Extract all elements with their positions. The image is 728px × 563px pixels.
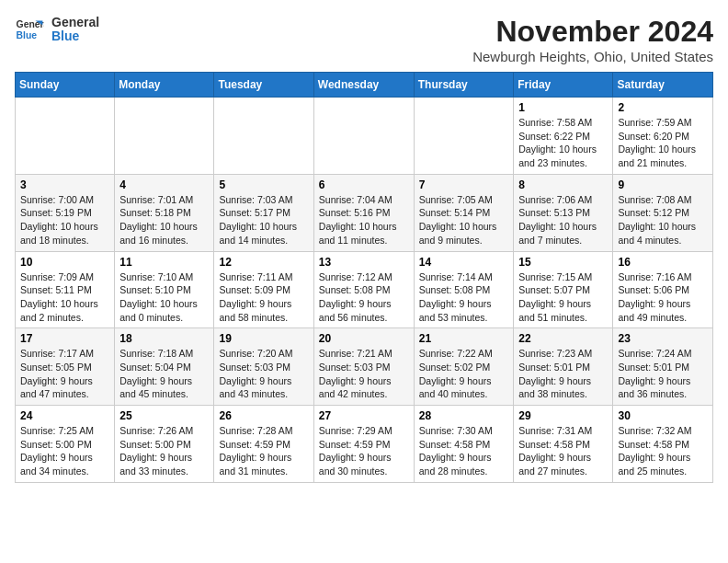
day-info: Sunrise: 7:24 AM Sunset: 5:01 PM Dayligh… bbox=[618, 347, 708, 401]
day-info: Sunrise: 7:26 AM Sunset: 5:00 PM Dayligh… bbox=[119, 424, 209, 478]
day-info: Sunrise: 7:29 AM Sunset: 4:59 PM Dayligh… bbox=[319, 424, 409, 478]
day-info: Sunrise: 7:23 AM Sunset: 5:01 PM Dayligh… bbox=[518, 347, 608, 401]
calendar-header-row: SundayMondayTuesdayWednesdayThursdayFrid… bbox=[16, 73, 713, 98]
calendar-cell: 4Sunrise: 7:01 AM Sunset: 5:18 PM Daylig… bbox=[115, 174, 214, 251]
calendar-cell: 19Sunrise: 7:20 AM Sunset: 5:03 PM Dayli… bbox=[214, 328, 313, 406]
day-number: 12 bbox=[219, 256, 308, 269]
calendar-cell: 25Sunrise: 7:26 AM Sunset: 5:00 PM Dayli… bbox=[115, 406, 214, 483]
calendar-cell: 22Sunrise: 7:23 AM Sunset: 5:01 PM Dayli… bbox=[514, 328, 613, 406]
day-info: Sunrise: 7:10 AM Sunset: 5:10 PM Dayligh… bbox=[119, 270, 209, 325]
day-number: 8 bbox=[518, 178, 608, 191]
calendar-cell: 28Sunrise: 7:30 AM Sunset: 4:58 PM Dayli… bbox=[414, 406, 514, 483]
day-header: Wednesday bbox=[313, 73, 414, 98]
day-number: 14 bbox=[419, 256, 509, 269]
day-number: 16 bbox=[618, 256, 708, 269]
calendar-cell: 26Sunrise: 7:28 AM Sunset: 4:59 PM Dayli… bbox=[214, 406, 313, 483]
day-number: 25 bbox=[119, 409, 209, 422]
page-header: General Blue General Blue November 2024 … bbox=[15, 15, 713, 64]
day-info: Sunrise: 7:09 AM Sunset: 5:11 PM Dayligh… bbox=[20, 270, 109, 325]
day-number: 27 bbox=[319, 409, 409, 422]
calendar-week-row: 1Sunrise: 7:58 AM Sunset: 6:22 PM Daylig… bbox=[16, 98, 713, 175]
day-info: Sunrise: 7:14 AM Sunset: 5:08 PM Dayligh… bbox=[419, 270, 509, 325]
calendar-cell bbox=[115, 98, 214, 175]
day-number: 6 bbox=[319, 178, 409, 191]
calendar-cell: 9Sunrise: 7:08 AM Sunset: 5:12 PM Daylig… bbox=[613, 174, 713, 251]
day-info: Sunrise: 7:15 AM Sunset: 5:07 PM Dayligh… bbox=[518, 270, 608, 325]
day-number: 11 bbox=[119, 256, 209, 269]
day-info: Sunrise: 7:22 AM Sunset: 5:02 PM Dayligh… bbox=[419, 347, 509, 401]
day-number: 1 bbox=[518, 101, 608, 114]
day-header: Monday bbox=[115, 73, 214, 98]
calendar-cell: 27Sunrise: 7:29 AM Sunset: 4:59 PM Dayli… bbox=[313, 406, 414, 483]
day-info: Sunrise: 7:30 AM Sunset: 4:58 PM Dayligh… bbox=[419, 424, 509, 478]
day-header: Saturday bbox=[613, 73, 713, 98]
day-info: Sunrise: 7:32 AM Sunset: 4:58 PM Dayligh… bbox=[618, 424, 708, 478]
calendar-cell: 24Sunrise: 7:25 AM Sunset: 5:00 PM Dayli… bbox=[16, 406, 115, 483]
day-header: Tuesday bbox=[214, 73, 313, 98]
svg-text:Blue: Blue bbox=[17, 30, 38, 40]
calendar-cell: 10Sunrise: 7:09 AM Sunset: 5:11 PM Dayli… bbox=[16, 251, 115, 328]
day-info: Sunrise: 7:16 AM Sunset: 5:06 PM Dayligh… bbox=[618, 270, 708, 325]
location: Newburgh Heights, Ohio, United States bbox=[472, 49, 713, 64]
calendar-week-row: 3Sunrise: 7:00 AM Sunset: 5:19 PM Daylig… bbox=[16, 174, 713, 251]
calendar-cell: 18Sunrise: 7:18 AM Sunset: 5:04 PM Dayli… bbox=[115, 328, 214, 406]
title-block: November 2024 Newburgh Heights, Ohio, Un… bbox=[472, 15, 713, 64]
day-info: Sunrise: 7:18 AM Sunset: 5:04 PM Dayligh… bbox=[119, 347, 209, 401]
day-info: Sunrise: 7:20 AM Sunset: 5:03 PM Dayligh… bbox=[219, 347, 308, 401]
calendar-cell bbox=[313, 98, 414, 175]
calendar-cell: 30Sunrise: 7:32 AM Sunset: 4:58 PM Dayli… bbox=[613, 406, 713, 483]
calendar-cell: 23Sunrise: 7:24 AM Sunset: 5:01 PM Dayli… bbox=[613, 328, 713, 406]
logo: General Blue General Blue bbox=[15, 15, 99, 44]
day-number: 2 bbox=[618, 101, 708, 114]
calendar-cell: 14Sunrise: 7:14 AM Sunset: 5:08 PM Dayli… bbox=[414, 251, 514, 328]
calendar: SundayMondayTuesdayWednesdayThursdayFrid… bbox=[15, 72, 713, 483]
calendar-cell: 21Sunrise: 7:22 AM Sunset: 5:02 PM Dayli… bbox=[414, 328, 514, 406]
day-info: Sunrise: 7:06 AM Sunset: 5:13 PM Dayligh… bbox=[518, 193, 608, 247]
logo-blue: Blue bbox=[51, 29, 99, 43]
day-info: Sunrise: 7:11 AM Sunset: 5:09 PM Dayligh… bbox=[219, 270, 308, 325]
day-info: Sunrise: 7:21 AM Sunset: 5:03 PM Dayligh… bbox=[319, 347, 409, 401]
calendar-cell: 20Sunrise: 7:21 AM Sunset: 5:03 PM Dayli… bbox=[313, 328, 414, 406]
day-number: 19 bbox=[219, 332, 308, 345]
day-number: 9 bbox=[618, 178, 708, 191]
calendar-cell: 15Sunrise: 7:15 AM Sunset: 5:07 PM Dayli… bbox=[514, 251, 613, 328]
logo-general: General bbox=[51, 16, 99, 29]
day-number: 21 bbox=[419, 332, 509, 345]
calendar-week-row: 17Sunrise: 7:17 AM Sunset: 5:05 PM Dayli… bbox=[16, 328, 713, 406]
day-number: 22 bbox=[518, 332, 608, 345]
day-info: Sunrise: 7:03 AM Sunset: 5:17 PM Dayligh… bbox=[219, 193, 308, 247]
day-header: Friday bbox=[514, 73, 613, 98]
day-info: Sunrise: 7:08 AM Sunset: 5:12 PM Dayligh… bbox=[618, 193, 708, 247]
calendar-cell: 1Sunrise: 7:58 AM Sunset: 6:22 PM Daylig… bbox=[514, 98, 613, 175]
day-number: 24 bbox=[20, 409, 109, 422]
day-info: Sunrise: 7:25 AM Sunset: 5:00 PM Dayligh… bbox=[20, 424, 109, 478]
day-number: 13 bbox=[319, 256, 409, 269]
calendar-cell: 16Sunrise: 7:16 AM Sunset: 5:06 PM Dayli… bbox=[613, 251, 713, 328]
day-info: Sunrise: 7:12 AM Sunset: 5:08 PM Dayligh… bbox=[319, 270, 409, 325]
day-number: 10 bbox=[20, 256, 109, 269]
calendar-cell: 29Sunrise: 7:31 AM Sunset: 4:58 PM Dayli… bbox=[514, 406, 613, 483]
day-info: Sunrise: 7:17 AM Sunset: 5:05 PM Dayligh… bbox=[20, 347, 109, 401]
day-info: Sunrise: 7:00 AM Sunset: 5:19 PM Dayligh… bbox=[20, 193, 109, 247]
calendar-cell: 3Sunrise: 7:00 AM Sunset: 5:19 PM Daylig… bbox=[16, 174, 115, 251]
calendar-cell bbox=[214, 98, 313, 175]
calendar-body: 1Sunrise: 7:58 AM Sunset: 6:22 PM Daylig… bbox=[16, 98, 713, 483]
day-number: 4 bbox=[119, 178, 209, 191]
month-title: November 2024 bbox=[472, 15, 713, 49]
calendar-cell: 13Sunrise: 7:12 AM Sunset: 5:08 PM Dayli… bbox=[313, 251, 414, 328]
day-number: 20 bbox=[319, 332, 409, 345]
calendar-cell: 11Sunrise: 7:10 AM Sunset: 5:10 PM Dayli… bbox=[115, 251, 214, 328]
day-header: Sunday bbox=[16, 73, 115, 98]
day-info: Sunrise: 7:58 AM Sunset: 6:22 PM Dayligh… bbox=[518, 116, 608, 170]
calendar-cell: 2Sunrise: 7:59 AM Sunset: 6:20 PM Daylig… bbox=[613, 98, 713, 175]
day-info: Sunrise: 7:04 AM Sunset: 5:16 PM Dayligh… bbox=[319, 193, 409, 247]
day-info: Sunrise: 7:05 AM Sunset: 5:14 PM Dayligh… bbox=[419, 193, 509, 247]
calendar-cell bbox=[16, 98, 115, 175]
day-number: 26 bbox=[219, 409, 308, 422]
day-header: Thursday bbox=[414, 73, 514, 98]
calendar-week-row: 24Sunrise: 7:25 AM Sunset: 5:00 PM Dayli… bbox=[16, 406, 713, 483]
calendar-cell: 12Sunrise: 7:11 AM Sunset: 5:09 PM Dayli… bbox=[214, 251, 313, 328]
day-number: 28 bbox=[419, 409, 509, 422]
day-info: Sunrise: 7:59 AM Sunset: 6:20 PM Dayligh… bbox=[618, 116, 708, 170]
day-info: Sunrise: 7:28 AM Sunset: 4:59 PM Dayligh… bbox=[219, 424, 308, 478]
